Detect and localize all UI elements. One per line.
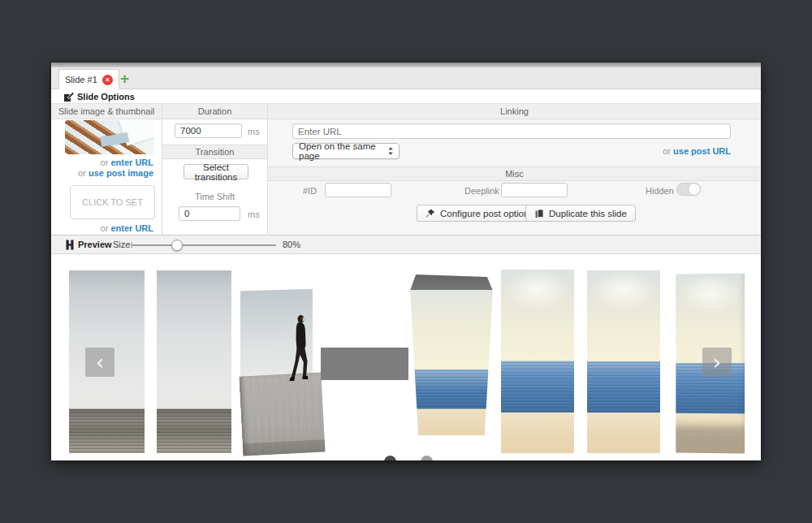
slide-tab-bar: Slide #1 ✕ + xyxy=(51,67,761,89)
configure-post-options-button[interactable]: Configure post options xyxy=(417,205,542,222)
next-slide-arrow[interactable]: › xyxy=(702,348,732,377)
time-shift-label: Time Shift xyxy=(162,192,267,201)
or-text: or xyxy=(101,158,109,167)
link-target-value: Open on the same page xyxy=(299,141,388,161)
use-post-url-link[interactable]: use post URL xyxy=(673,146,731,156)
pagination-dot-active[interactable] xyxy=(384,456,396,460)
pagination-dot[interactable] xyxy=(421,456,433,460)
or-text: or xyxy=(101,223,109,233)
misc-header: Misc xyxy=(268,166,761,181)
hidden-toggle-knob xyxy=(688,183,701,196)
duration-header: Duration xyxy=(162,104,267,119)
link-url-input[interactable] xyxy=(292,123,731,139)
select-transitions-button[interactable]: Select transitions xyxy=(184,164,248,179)
preview-strip-3-concrete-block xyxy=(240,372,326,456)
preview-cube-top-face xyxy=(410,274,493,291)
or-text: or xyxy=(663,146,671,156)
duplicate-slide-button[interactable]: Duplicate this slide xyxy=(525,205,636,222)
transition-gray-panel xyxy=(321,348,408,380)
businessman-figure xyxy=(284,314,313,383)
preview-strip-6 xyxy=(501,270,574,453)
thumb-url-row: or enter URL xyxy=(101,223,153,233)
preview-size-slider[interactable] xyxy=(131,244,276,246)
preview-size-value: 80% xyxy=(283,240,300,249)
hidden-label: Hidden xyxy=(646,186,674,196)
post-url-row: or use post URL xyxy=(663,146,731,156)
preview-strip-2 xyxy=(157,270,231,453)
configure-post-options-label: Configure post options xyxy=(440,209,533,218)
duplicate-slide-label: Duplicate this slide xyxy=(549,209,627,218)
slide-editor-window: Slide #1 ✕ + Slide Options Slide image &… xyxy=(51,63,761,460)
slide-options-title: Slide Options xyxy=(77,92,135,102)
pushpin-icon xyxy=(425,209,435,218)
thumbnail-click-to-set[interactable]: CLICK TO SET xyxy=(70,185,155,219)
transition-header: Transition xyxy=(162,145,267,159)
slide-thumbnail[interactable] xyxy=(65,120,154,154)
image-url-row: or enter URL xyxy=(101,158,153,167)
duplicate-icon xyxy=(534,209,544,218)
preview-cube-front-face xyxy=(410,290,493,435)
post-image-row: or use post image xyxy=(78,168,153,178)
deeplink-label: Deeplink xyxy=(464,186,499,196)
select-stepper-icon xyxy=(388,146,393,156)
duration-input[interactable] xyxy=(175,123,242,138)
linking-header: Linking xyxy=(268,104,761,119)
slider-preview-area: ‹ › xyxy=(51,254,761,460)
id-label: #ID xyxy=(303,186,317,196)
duration-unit: ms xyxy=(248,127,260,136)
delete-slide-icon[interactable]: ✕ xyxy=(102,75,113,85)
edit-compose-icon xyxy=(63,91,75,102)
preview-strip-7 xyxy=(587,270,660,453)
preview-toolbar: Preview Size: 80% xyxy=(51,236,761,254)
enter-image-url-link[interactable]: enter URL xyxy=(110,158,153,167)
slide-options-grid: Slide image & thumbnail or enter URL or … xyxy=(51,104,761,236)
id-input[interactable] xyxy=(325,183,391,197)
preview-icon xyxy=(65,240,75,250)
slide-options-header: Slide Options xyxy=(51,89,761,104)
slide-image-header: Slide image & thumbnail xyxy=(51,104,162,119)
use-post-image-link[interactable]: use post image xyxy=(89,168,153,178)
duration-column: Duration ms Transition Select transition… xyxy=(162,104,268,235)
preview-label: Preview xyxy=(78,240,112,249)
or-text: or xyxy=(78,168,86,178)
chevron-right-icon: › xyxy=(713,348,721,377)
time-shift-unit: ms xyxy=(248,210,260,219)
chevron-left-icon: ‹ xyxy=(96,348,104,377)
time-shift-input[interactable] xyxy=(179,206,240,221)
preview-size-label: Size: xyxy=(113,240,132,249)
linking-misc-column: Linking Open on the same page or use pos… xyxy=(268,104,761,235)
add-slide-button[interactable]: + xyxy=(120,70,129,87)
link-target-select[interactable]: Open on the same page xyxy=(292,143,400,159)
hidden-toggle[interactable] xyxy=(676,183,701,196)
prev-slide-arrow[interactable]: ‹ xyxy=(85,348,114,377)
deeplink-input[interactable] xyxy=(501,183,568,197)
preview-size-slider-thumb[interactable] xyxy=(171,240,183,251)
enter-thumb-url-link[interactable]: enter URL xyxy=(110,223,153,233)
tab-slide-1[interactable]: Slide #1 ✕ xyxy=(58,69,119,89)
slide-image-column: Slide image & thumbnail or enter URL or … xyxy=(51,104,162,235)
tab-slide-1-label: Slide #1 xyxy=(65,75,97,84)
